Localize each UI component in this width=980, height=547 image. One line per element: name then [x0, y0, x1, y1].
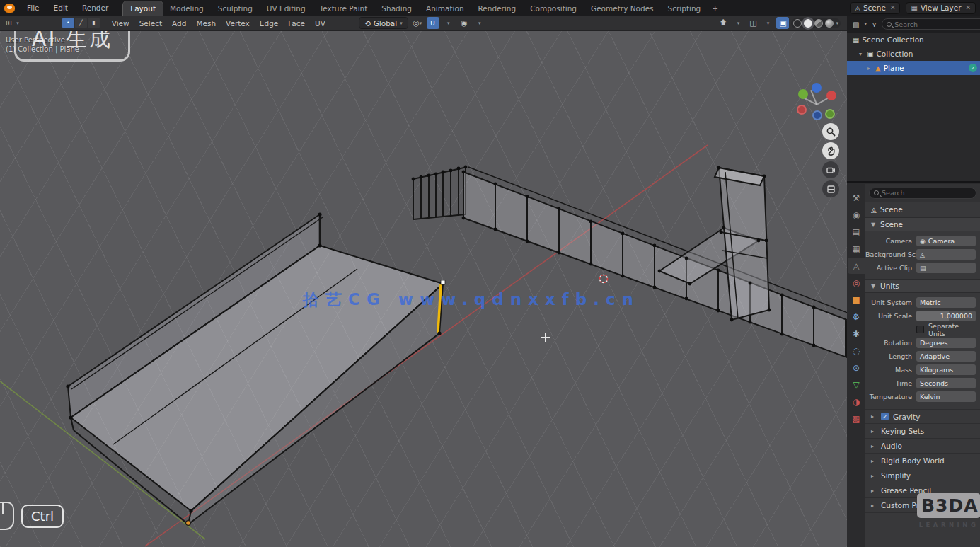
gravity-panel-header[interactable]: ▸ ✓ Gravity	[865, 409, 980, 424]
zoom-button[interactable]	[822, 123, 839, 140]
gizmo-z-neg-axis[interactable]	[812, 110, 822, 120]
gizmos-dropdown[interactable]: ▾	[732, 17, 744, 29]
properties-search-input[interactable]	[882, 189, 972, 197]
background-scene-field[interactable]: ◬	[916, 249, 976, 260]
view-layer-selector[interactable]: ▦ View Layer ✕	[906, 2, 976, 14]
add-workspace-button[interactable]: +	[708, 1, 722, 16]
gizmo-z-axis[interactable]	[812, 83, 822, 93]
scene-selector[interactable]: ◬ Scene ✕	[850, 2, 900, 14]
menu-edit[interactable]: Edit	[47, 2, 74, 13]
tool-properties-tab[interactable]: ⚒	[848, 190, 865, 206]
material-properties-tab[interactable]: ◑	[848, 393, 865, 410]
tab-compositing[interactable]: Compositing	[523, 1, 584, 16]
simplify-panel-header[interactable]: ▸ Simplify	[865, 468, 980, 483]
active-clip-field[interactable]: ▤	[916, 263, 976, 273]
rotation-dropdown[interactable]: Degrees	[916, 338, 976, 348]
outliner-editor-icon[interactable]: ▤	[851, 21, 861, 28]
properties-search[interactable]	[869, 188, 976, 199]
pivot-point-dropdown[interactable]: ◎▾	[411, 17, 424, 29]
editor-type-icon[interactable]: ⊞	[4, 18, 14, 28]
temperature-dropdown[interactable]: Kelvin	[916, 391, 976, 402]
menu-uv[interactable]: UV	[311, 18, 330, 29]
proportional-dropdown[interactable]: ▾	[473, 17, 486, 29]
vertex-select-button[interactable]: •	[62, 18, 74, 28]
menu-mesh[interactable]: Mesh	[192, 18, 220, 29]
orientation-dropdown[interactable]: ⟲ Global ▾	[359, 17, 408, 29]
menu-file[interactable]: File	[21, 2, 46, 13]
blender-logo-icon[interactable]	[4, 4, 15, 13]
xray-toggle[interactable]: ▣	[776, 17, 789, 29]
wireframe-shading-button[interactable]	[793, 19, 802, 28]
gizmos-toggle[interactable]: 🡅	[717, 17, 730, 29]
scene-panel-header[interactable]: ▼ Scene	[865, 217, 980, 231]
menu-view[interactable]: View	[108, 18, 134, 29]
tab-layout[interactable]: Layout	[123, 1, 163, 16]
scene-unlink-icon[interactable]: ✕	[890, 4, 896, 11]
perspective-toggle-button[interactable]	[822, 180, 839, 197]
move-view-button[interactable]	[822, 142, 839, 159]
shading-dropdown-caret[interactable]: ▾	[836, 21, 838, 26]
tab-geometry-nodes[interactable]: Geometry Nodes	[584, 1, 661, 16]
audio-panel-header[interactable]: ▸ Audio	[865, 439, 980, 454]
rendered-shading-button[interactable]	[825, 19, 834, 28]
camera-field[interactable]: ◉ Camera	[916, 236, 976, 246]
overlays-toggle[interactable]: ◫	[746, 17, 759, 29]
gizmo-y-axis[interactable]	[798, 89, 808, 99]
tab-rendering[interactable]: Rendering	[471, 1, 524, 16]
gravity-checkbox[interactable]: ✓	[881, 413, 889, 420]
modifier-properties-tab[interactable]: ⚙	[848, 309, 865, 325]
separate-units-checkbox[interactable]	[916, 326, 924, 333]
mesh-data-icon[interactable]: ✓	[969, 64, 977, 72]
length-dropdown[interactable]: Adaptive	[916, 351, 976, 362]
navigation-gizmo[interactable]	[791, 78, 842, 130]
3d-viewport[interactable]: User Perspective (1) Collection | Plane …	[0, 31, 847, 547]
view-layer-unlink-icon[interactable]: ✕	[965, 4, 971, 11]
gizmo-x-neg-axis[interactable]	[797, 105, 807, 115]
material-shading-button[interactable]	[814, 19, 823, 28]
overlays-dropdown[interactable]: ▾	[761, 17, 774, 29]
menu-select[interactable]: Select	[135, 18, 166, 29]
rigid-body-world-panel-header[interactable]: ▸ Rigid Body World	[865, 454, 980, 468]
particles-properties-tab[interactable]: ✱	[848, 326, 865, 342]
scene-properties-tab[interactable]: ◬	[848, 258, 865, 274]
snap-settings-dropdown[interactable]: ▾	[442, 17, 455, 29]
menu-face[interactable]: Face	[284, 18, 309, 29]
outliner-search[interactable]	[882, 18, 980, 30]
filter-funnel-icon[interactable]: ⋎	[870, 21, 879, 28]
face-select-button[interactable]: ▮	[88, 18, 100, 28]
render-properties-tab[interactable]: ◉	[848, 207, 865, 223]
solid-shading-button[interactable]	[804, 19, 812, 28]
units-panel-header[interactable]: ▼ Units	[865, 279, 980, 293]
gizmo-x-axis[interactable]	[826, 91, 836, 100]
tab-scripting[interactable]: Scripting	[661, 1, 708, 16]
menu-vertex[interactable]: Vertex	[221, 18, 254, 29]
tab-modeling[interactable]: Modeling	[163, 1, 211, 16]
menu-edge[interactable]: Edge	[255, 18, 282, 29]
menu-render[interactable]: Render	[76, 2, 115, 13]
proportional-editing-toggle[interactable]: ◉	[458, 17, 471, 29]
mass-dropdown[interactable]: Kilograms	[916, 364, 976, 375]
physics-properties-tab[interactable]: ◌	[848, 342, 865, 359]
snap-magnet-toggle[interactable]: ∪	[427, 17, 439, 29]
outliner-item-collection[interactable]: ▾ ▣ Collection	[847, 47, 980, 61]
constraints-properties-tab[interactable]: ⊙	[848, 359, 865, 376]
keying-sets-panel-header[interactable]: ▸ Keying Sets	[865, 424, 980, 439]
tab-animation[interactable]: Animation	[419, 1, 471, 16]
world-properties-tab[interactable]: ◎	[848, 275, 865, 291]
tab-uv-editing[interactable]: UV Editing	[260, 1, 313, 16]
object-data-properties-tab[interactable]: ▽	[848, 376, 865, 393]
edge-select-button[interactable]: ╱	[75, 18, 87, 28]
view-layer-properties-tab[interactable]: ▦	[848, 241, 865, 257]
time-dropdown[interactable]: Seconds	[916, 378, 976, 388]
texture-properties-tab[interactable]: ▩	[848, 410, 865, 427]
menu-add[interactable]: Add	[168, 18, 190, 29]
unit-scale-slider[interactable]: 1.000000	[916, 311, 976, 321]
outliner-item-plane[interactable]: ▸ ▲ Plane ✓	[847, 61, 980, 75]
object-properties-tab[interactable]: ■	[848, 292, 865, 308]
gizmo-y-neg-axis[interactable]	[825, 109, 835, 119]
outliner-item-scene-collection[interactable]: ▦ Scene Collection	[847, 33, 980, 47]
object-expander[interactable]: ▸	[865, 65, 872, 71]
outliner-search-input[interactable]	[894, 21, 980, 28]
collection-expander[interactable]: ▾	[857, 51, 864, 57]
tab-texture-paint[interactable]: Texture Paint	[313, 1, 375, 16]
